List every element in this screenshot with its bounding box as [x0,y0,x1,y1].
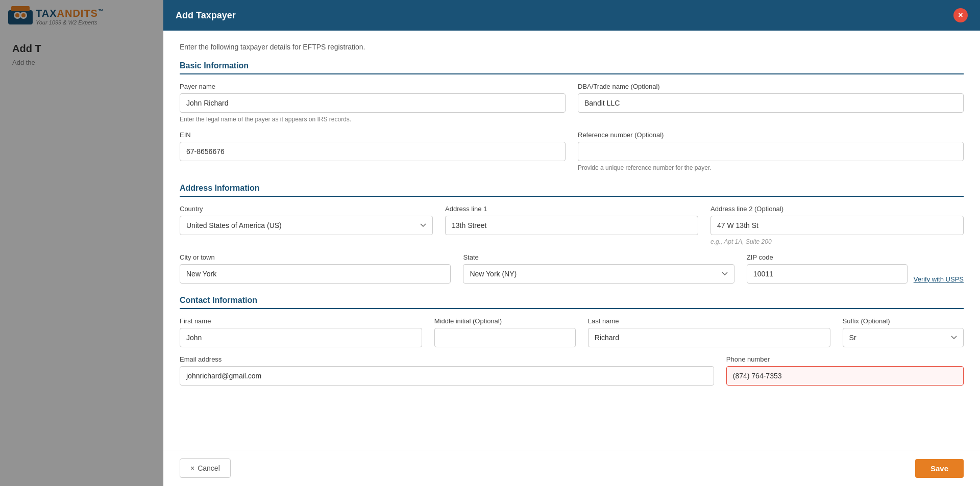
middle-initial-group: Middle initial (Optional) [434,317,576,347]
middle-initial-input[interactable] [434,328,576,347]
suffix-select[interactable]: Sr Jr II III IV [843,328,964,347]
dba-name-group: DBA/Trade name (Optional) [578,83,964,123]
reference-number-label: Reference number (Optional) [578,131,964,139]
state-group: State New York (NY) California (CA) Texa… [463,253,734,284]
email-group: Email address [180,355,714,386]
reference-number-input[interactable] [578,142,964,161]
state-select[interactable]: New York (NY) California (CA) Texas (TX)… [463,264,734,284]
contact-info-header: Contact Information [180,296,964,309]
phone-label: Phone number [726,355,964,363]
payer-name-row: Payer name Enter the legal name of the p… [180,83,964,123]
email-label: Email address [180,355,714,363]
zip-group: ZIP code Verify with USPS [747,253,964,284]
payer-name-label: Payer name [180,83,566,90]
contact-name-row: First name Middle initial (Optional) Las… [180,317,964,347]
dba-input[interactable] [578,93,964,113]
ein-input[interactable] [180,142,566,161]
modal-close-button[interactable]: × [953,8,968,22]
last-name-input[interactable] [588,328,830,347]
cancel-button[interactable]: × Cancel [180,458,231,478]
first-name-label: First name [180,317,422,325]
verify-usps-link[interactable]: Verify with USPS [914,265,964,283]
city-input[interactable] [180,264,451,284]
modal-footer: × Cancel Save [163,450,980,486]
reference-number-hint: Provide a unique reference number for th… [578,164,964,171]
address-information-section: Address Information Country United State… [180,184,964,284]
last-name-group: Last name [588,317,830,347]
address2-group: Address line 2 (Optional) e.g., Apt 1A, … [710,205,964,245]
country-select[interactable]: United States of America (US) Canada Uni… [180,216,433,235]
middle-initial-label: Middle initial (Optional) [434,317,576,325]
zip-input[interactable] [747,264,908,284]
contact-email-phone-row: Email address Phone number [180,355,964,386]
payer-name-hint: Enter the legal name of the payer as it … [180,116,566,123]
basic-information-section: Basic Information Payer name Enter the l… [180,61,964,171]
reference-number-group: Reference number (Optional) Provide a un… [578,131,964,171]
address-row-2: City or town State New York (NY) Califor… [180,253,964,284]
zip-label: ZIP code [747,253,964,261]
city-group: City or town [180,253,451,284]
cancel-icon: × [190,464,194,472]
address2-input[interactable] [710,216,964,235]
country-group: Country United States of America (US) Ca… [180,205,433,245]
payer-name-group: Payer name Enter the legal name of the p… [180,83,566,123]
suffix-group: Suffix (Optional) Sr Jr II III IV [843,317,964,347]
suffix-label: Suffix (Optional) [843,317,964,325]
email-input[interactable] [180,366,714,386]
address1-group: Address line 1 [445,205,698,245]
add-taxpayer-modal: Add Taxpayer × Enter the following taxpa… [163,0,980,486]
city-label: City or town [180,253,451,261]
modal-title: Add Taxpayer [176,10,236,21]
ein-label: EIN [180,131,566,139]
address-row-1: Country United States of America (US) Ca… [180,205,964,245]
state-label: State [463,253,734,261]
payer-name-input[interactable] [180,93,566,113]
phone-group: Phone number [726,355,964,386]
address1-label: Address line 1 [445,205,698,213]
modal-header: Add Taxpayer × [163,0,980,31]
first-name-group: First name [180,317,422,347]
dba-label: DBA/Trade name (Optional) [578,83,964,90]
ein-row: EIN Reference number (Optional) Provide … [180,131,964,171]
save-button[interactable]: Save [915,459,964,478]
first-name-input[interactable] [180,328,422,347]
address1-input[interactable] [445,216,698,235]
contact-information-section: Contact Information First name Middle in… [180,296,964,386]
cancel-label: Cancel [198,464,220,472]
address-info-header: Address Information [180,184,964,197]
last-name-label: Last name [588,317,830,325]
country-label: Country [180,205,433,213]
address2-hint: e.g., Apt 1A, Suite 200 [710,238,964,245]
address2-label: Address line 2 (Optional) [710,205,964,213]
modal-body: Enter the following taxpayer details for… [163,31,980,450]
modal-subtitle: Enter the following taxpayer details for… [180,43,964,51]
basic-info-header: Basic Information [180,61,964,74]
phone-input[interactable] [726,366,964,386]
ein-group: EIN [180,131,566,171]
